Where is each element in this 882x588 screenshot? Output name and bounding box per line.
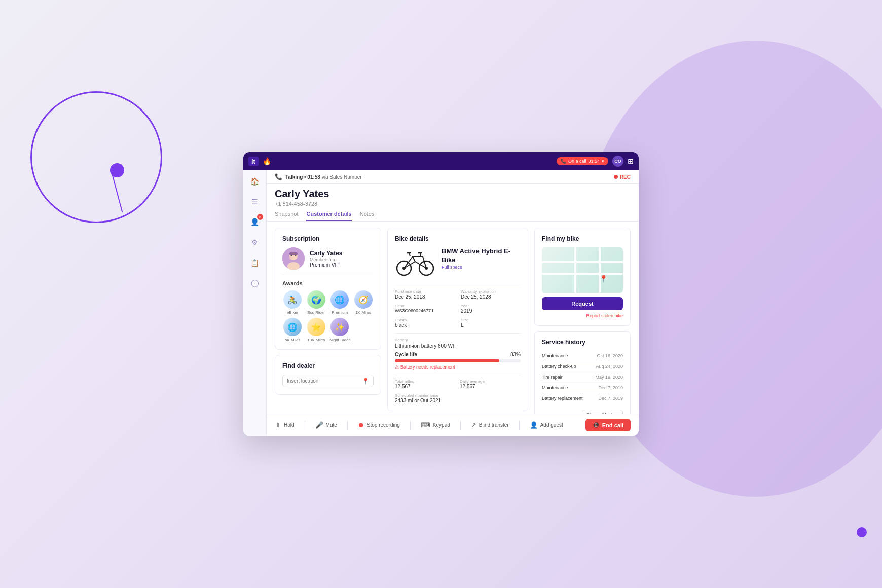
left-column: Subscription <box>275 228 381 408</box>
customer-details: Carly Yates Membership Premium VIP <box>310 250 343 268</box>
bike-details-card: Bike details <box>387 228 528 411</box>
sidebar-item-menu[interactable]: ☰ <box>248 195 262 209</box>
award-5k-label: 5K Miles <box>285 338 301 342</box>
award-night-icon: ✨ <box>330 318 349 336</box>
spec-serial: Serial WS3C060024677J <box>395 304 455 314</box>
service-item: Maintenance Dec 7, 2019 <box>542 383 623 393</box>
map-placeholder: 📍 <box>542 247 623 293</box>
add-guest-button[interactable]: 👤 Add guest <box>530 421 563 429</box>
sidebar-item-profile[interactable]: 👤 2 <box>248 215 262 229</box>
stop-recording-button[interactable]: ⏺ Stop recording <box>358 421 400 429</box>
customer-phone: +1 814-458-3728 <box>275 201 631 207</box>
full-specs-link[interactable]: Full specs <box>442 265 521 270</box>
tab-customer-details[interactable]: Customer details <box>306 211 351 221</box>
tab-snapshot[interactable]: Snapshot <box>275 211 298 221</box>
spec-purchase-date: Purchase date Dec 25, 2018 <box>395 289 455 300</box>
phone-icon: 📞 <box>275 173 282 180</box>
nav-avatar: CO <box>612 156 623 167</box>
membership-tier: Premium VIP <box>310 262 343 268</box>
bike-specs-grid: Purchase date Dec 25, 2018 Warranty expi… <box>395 284 521 328</box>
rec-dot <box>614 175 618 179</box>
bike-model: BMW Active Hybrid E-Bike <box>442 247 521 265</box>
hold-button[interactable]: ⏸ Hold <box>275 421 295 429</box>
right-column: Find my bike 📍 Request Report <box>534 228 631 408</box>
customer-header: Carly Yates +1 814-458-3728 <box>267 184 639 207</box>
on-call-badge: 📞 On a call 01:54 ▾ <box>557 157 608 165</box>
award-ebiker: 🚴 eBiker <box>282 290 303 315</box>
find-dealer-title: Find dealer <box>282 362 374 370</box>
service-item: Battery check-up Aug 24, 2020 <box>542 361 623 372</box>
find-my-bike-card: Find my bike 📍 Request Report <box>534 228 631 326</box>
call-status-text: Talking • 01:58 via Sales Number <box>285 174 362 180</box>
bg-circle-left <box>30 91 162 223</box>
report-stolen-link[interactable]: Report stolen bike <box>542 313 623 318</box>
warning-icon: ⚠ <box>395 364 399 370</box>
map-grid <box>542 247 623 293</box>
find-my-bike-title: Find my bike <box>542 235 623 242</box>
nav-right: 📞 On a call 01:54 ▾ CO ⊞ <box>557 156 634 167</box>
middle-column: Bike details <box>387 228 528 408</box>
app-window: it 🔥 📞 On a call 01:54 ▾ CO ⊞ 🏠 ☰ 👤 2 ⚙ … <box>243 152 639 436</box>
stop-record-icon: ⏺ <box>358 421 364 429</box>
map-road-v1 <box>574 247 576 293</box>
bike-header: BMW Active Hybrid E-Bike Full specs <box>395 247 521 278</box>
cycle-progress-bar <box>395 359 521 362</box>
spec-size: Size L <box>461 318 521 328</box>
mute-button[interactable]: 🎤 Mute <box>315 421 337 429</box>
award-10k-icon: ⭐ <box>307 318 325 336</box>
cycle-life-row: Cycle life 83% <box>395 352 521 357</box>
sidebar-badge: 2 <box>257 214 263 220</box>
rec-badge: REC <box>614 174 631 180</box>
customer-avatar <box>282 247 305 270</box>
call-bar: 📞 Talking • 01:58 via Sales Number REC <box>267 170 639 184</box>
call-timer: 01:54 <box>588 159 600 164</box>
keypad-button[interactable]: ⌨ Keypad <box>421 421 450 429</box>
service-history-card: Service history Maintenance Oct 16, 2020… <box>534 331 631 414</box>
subscription-card: Subscription <box>275 228 381 350</box>
grid-icon[interactable]: ⊞ <box>628 157 634 165</box>
award-ebiker-label: eBiker <box>287 310 299 315</box>
award-eco-icon: 🌍 <box>307 290 325 309</box>
battery-warning: ⚠ Battery needs replacement <box>395 364 521 370</box>
bg-circle-dot <box>110 163 124 177</box>
toolbar-sep-3 <box>410 421 411 430</box>
app-logo: it <box>248 157 259 166</box>
battery-section: Battery Lithium-ion battery 600 Wh Cycle… <box>395 333 521 370</box>
award-10k: ⭐ 10K Miles <box>306 318 327 342</box>
customer-info: Carly Yates Membership Premium VIP <box>282 247 374 275</box>
end-call-button[interactable]: 📵 End call <box>585 419 631 431</box>
tab-notes[interactable]: Notes <box>360 211 375 221</box>
sidebar-item-contacts[interactable]: 📋 <box>248 255 262 270</box>
toolbar-sep-5 <box>519 421 520 430</box>
map-road-h1 <box>542 261 623 263</box>
spec-warranty: Warranty expiration Dec 25, 2028 <box>461 289 521 300</box>
content-panel: 📞 Talking • 01:58 via Sales Number REC C… <box>267 170 639 436</box>
spec-colors: Colors black <box>395 318 455 328</box>
keypad-icon: ⌨ <box>421 421 430 429</box>
award-premium-label: Premium <box>332 310 348 315</box>
chevron-down-icon[interactable]: ▾ <box>602 159 604 164</box>
award-premium: 🌐 Premium <box>329 290 350 315</box>
transfer-icon: ↗ <box>471 421 476 429</box>
sidebar: 🏠 ☰ 👤 2 ⚙ 📋 ◯ <box>243 170 267 436</box>
blind-transfer-button[interactable]: ↗ Blind transfer <box>471 421 509 429</box>
sidebar-item-settings[interactable]: ◯ <box>248 276 262 290</box>
show-all-history-button[interactable]: Show all history <box>582 410 623 414</box>
dealer-location-input[interactable] <box>282 375 374 387</box>
toolbar-sep <box>305 421 305 430</box>
request-button[interactable]: Request <box>542 297 623 310</box>
map-road-h2 <box>542 273 623 275</box>
awards-grid: 🚴 eBiker 🌍 Eco Rider 🌐 Premium <box>282 290 374 342</box>
awards-section: Awards 🚴 eBiker 🌍 Eco Rider <box>282 280 374 342</box>
sidebar-item-home[interactable]: 🏠 <box>248 174 262 189</box>
sidebar-item-filter[interactable]: ⚙ <box>248 235 262 249</box>
bike-info: BMW Active Hybrid E-Bike Full specs <box>442 247 521 270</box>
awards-title: Awards <box>282 280 374 286</box>
svg-rect-5 <box>289 252 298 255</box>
svg-line-16 <box>413 256 415 262</box>
call-status: 📞 Talking • 01:58 via Sales Number <box>275 173 362 180</box>
cycle-progress-fill <box>395 359 499 362</box>
tabs: Snapshot Customer details Notes <box>267 207 639 222</box>
end-call-phone-icon: 📵 <box>593 422 600 428</box>
spec-total-miles: Total miles 12,567 <box>395 379 456 389</box>
